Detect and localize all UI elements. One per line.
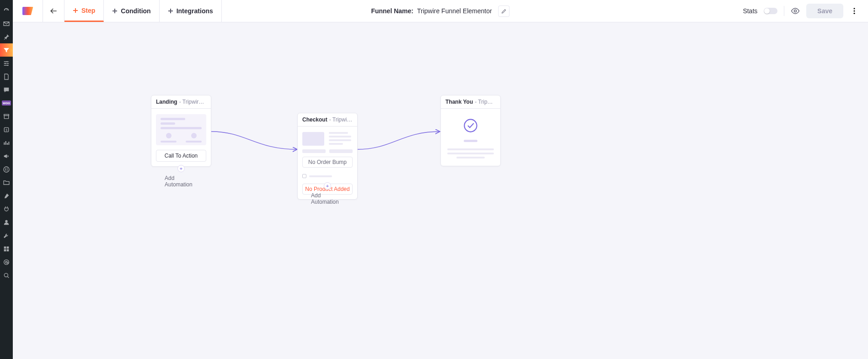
logo-icon — [22, 7, 33, 15]
step-subtitle: - Tripwire Funne… — [329, 116, 353, 123]
edit-funnel-name-button[interactable] — [498, 5, 510, 17]
preview-line — [161, 118, 185, 120]
plus-icon — [73, 8, 78, 13]
svg-point-5 — [4, 167, 9, 172]
sidebar-tools[interactable] — [0, 189, 13, 202]
stats-toggle[interactable] — [764, 8, 777, 14]
toolbar-tabs: Step Condition Integrations — [64, 0, 222, 22]
preview-divider — [464, 140, 477, 142]
funnel-name-value: Tripwire Funnel Elementor — [417, 7, 492, 15]
sidebar-pages[interactable] — [0, 70, 13, 83]
svg-point-13 — [4, 273, 8, 277]
preview-line — [186, 141, 202, 143]
preview-line — [329, 136, 351, 137]
sidebar-theme[interactable] — [0, 242, 13, 255]
svg-point-1 — [5, 63, 6, 64]
user-icon — [3, 219, 10, 226]
funnel-name-label: Funnel Name: — [371, 7, 413, 15]
sidebar-users[interactable] — [0, 216, 13, 229]
topbar: Step Condition Integrations Funnel Name:… — [13, 0, 868, 22]
brush-icon — [3, 192, 10, 200]
pin-icon — [3, 33, 10, 41]
megaphone-icon — [3, 153, 10, 160]
sidebar-settings-alt[interactable] — [0, 57, 13, 70]
page-icon — [3, 73, 10, 80]
bump-row — [302, 174, 353, 178]
tab-integrations[interactable]: Integrations — [160, 0, 222, 22]
svg-point-2 — [7, 64, 9, 66]
plug-icon — [3, 206, 10, 213]
checkbox-placeholder — [302, 174, 306, 178]
pencil-icon — [501, 8, 507, 14]
save-button[interactable]: Save — [806, 4, 843, 18]
mail-icon — [3, 20, 10, 27]
tab-step-label: Step — [81, 7, 95, 14]
add-automation-label[interactable]: Add Automation — [311, 192, 344, 205]
dots-vertical-icon — [850, 7, 858, 15]
svg-point-17 — [854, 13, 855, 14]
sidebar-analytics[interactable] — [0, 136, 13, 149]
check-circle-icon — [463, 118, 478, 133]
sidebar-payments[interactable]: $ — [0, 123, 13, 136]
sidebar-wrench[interactable] — [0, 229, 13, 242]
card-header: Landing - Tripwire Funne… — [151, 95, 211, 109]
folder-icon — [3, 179, 10, 186]
card-header: Checkout - Tripwire Funne… — [298, 113, 357, 127]
back-button[interactable] — [43, 0, 64, 22]
divider — [784, 6, 784, 16]
step-card-landing[interactable]: Landing - Tripwire Funne… Call To Action — [151, 95, 211, 167]
order-bump-status[interactable]: No Order Bump — [302, 157, 353, 168]
landing-preview — [156, 114, 206, 145]
step-subtitle: - Tripwire Funne… — [179, 99, 206, 105]
card-body: Call To Action — [151, 109, 211, 166]
cta-button[interactable]: Call To Action — [156, 150, 206, 162]
elementor-icon — [3, 166, 10, 173]
svg-rect-8 — [7, 246, 9, 248]
sidebar-dashboard[interactable] — [0, 4, 13, 17]
add-automation-landing: + Add Automation — [165, 165, 198, 188]
preview-image — [302, 132, 324, 146]
svg-rect-10 — [7, 249, 9, 251]
archive-icon — [3, 113, 10, 120]
tab-condition[interactable]: Condition — [104, 0, 159, 22]
svg-point-11 — [4, 259, 9, 264]
preview-dot — [166, 133, 171, 138]
sidebar-funnels[interactable] — [0, 43, 13, 57]
add-automation-plus[interactable]: + — [324, 182, 331, 190]
arrow-left-icon — [49, 6, 58, 16]
sidebar-plugins[interactable] — [0, 202, 13, 216]
sidebar-search[interactable] — [0, 269, 13, 282]
step-card-thankyou[interactable]: Thank You - Tripwire Funne… — [440, 95, 501, 166]
svg-text:$: $ — [5, 128, 7, 131]
funnel-canvas[interactable]: Landing - Tripwire Funne… Call To Action… — [13, 22, 868, 359]
sliders-icon — [3, 60, 10, 67]
preview-button-ghost — [329, 149, 353, 153]
at-icon — [3, 259, 10, 266]
sidebar-elementor[interactable] — [0, 163, 13, 176]
sidebar-woo[interactable]: woo — [0, 96, 13, 110]
woo-icon: woo — [2, 100, 11, 106]
app-logo[interactable] — [13, 0, 43, 22]
plus-icon — [168, 8, 173, 14]
sidebar-media[interactable] — [0, 110, 13, 123]
sidebar-mail[interactable] — [0, 17, 13, 30]
plus-icon — [112, 8, 118, 14]
add-automation-label[interactable]: Add Automation — [165, 175, 198, 188]
add-automation-plus[interactable]: + — [177, 165, 185, 172]
sidebar-marketing[interactable] — [0, 149, 13, 163]
dollar-icon: $ — [3, 126, 10, 133]
preview-text — [447, 148, 494, 158]
sidebar-pin[interactable] — [0, 30, 13, 43]
svg-point-0 — [7, 61, 8, 62]
preview-button[interactable] — [791, 6, 800, 16]
sidebar-comments[interactable] — [0, 83, 13, 96]
svg-rect-9 — [4, 249, 6, 251]
sidebar-files[interactable] — [0, 176, 13, 189]
tab-integrations-label: Integrations — [177, 7, 213, 15]
preview-line — [329, 139, 351, 141]
sidebar-mentions[interactable] — [0, 255, 13, 269]
preview-line — [161, 122, 175, 125]
tab-step[interactable]: Step — [64, 0, 104, 22]
more-menu-button[interactable] — [850, 6, 859, 16]
comment-icon — [3, 86, 10, 94]
